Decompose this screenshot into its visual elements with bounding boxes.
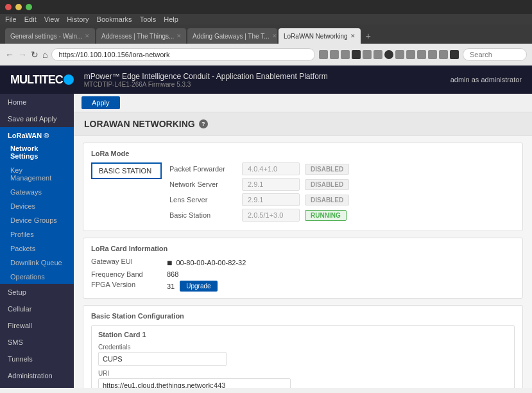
- menu-bookmarks[interactable]: Bookmarks: [97, 15, 132, 23]
- sidebar-sub-devices[interactable]: Devices: [0, 199, 74, 213]
- nav-icon-2[interactable]: [330, 50, 339, 59]
- tab-2-close[interactable]: ✕: [272, 33, 277, 39]
- sidebar-item-firewall[interactable]: Firewall: [0, 317, 74, 334]
- basic-station-label: Basic Station Configuration: [91, 312, 515, 320]
- nav-icon-1[interactable]: [319, 50, 328, 59]
- basic-station-section: Basic Station Configuration Station Card…: [83, 305, 523, 388]
- server-value-2: 2.9.1: [242, 193, 300, 206]
- main-content: Apply LORAWAN NETWORKING ? LoRa Mode BAS…: [74, 94, 532, 388]
- nav-icon-4[interactable]: [352, 50, 361, 59]
- nav-icon-6[interactable]: [373, 50, 382, 59]
- page-title-area: LORAWAN NETWORKING ?: [74, 112, 532, 136]
- page-title: LORAWAN NETWORKING: [84, 119, 195, 129]
- app-title: mPower™ Edge Intelligence Conduit - Appl…: [84, 72, 328, 81]
- mode-select[interactable]: BASIC STATION: [91, 162, 162, 179]
- sidebar-item-admin[interactable]: Administration: [0, 367, 74, 384]
- sidebar-sub-network[interactable]: Network Settings: [0, 141, 74, 163]
- nav-icon-12[interactable]: [439, 50, 448, 59]
- tab-0-close[interactable]: ✕: [85, 33, 90, 39]
- app-subtitle: MTCDTIP-L4E1-266A Firmware 5.3.3: [84, 81, 328, 88]
- menu-history[interactable]: History: [67, 15, 89, 23]
- lora-mode-label: LoRa Mode: [91, 150, 515, 157]
- apply-area-top: Apply: [74, 94, 532, 112]
- gateway-eui-value: ■ 00-80-00-A0-00-82-32: [167, 258, 515, 268]
- menu-edit[interactable]: Edit: [24, 15, 37, 23]
- uri-label: URI: [98, 370, 508, 377]
- fpga-version-value: 31: [167, 283, 175, 290]
- app-user: admin as administrator: [450, 76, 522, 83]
- sidebar-sub-gateways[interactable]: Gateways: [0, 185, 74, 199]
- sidebar-sub-packets[interactable]: Packets: [0, 241, 74, 256]
- sidebar-section-lorawan[interactable]: LoRaWAN ®: [0, 127, 74, 141]
- sidebar-item-home[interactable]: Home: [0, 94, 74, 110]
- search-input[interactable]: [463, 48, 527, 61]
- sidebar-item-sms[interactable]: SMS: [0, 334, 74, 351]
- lora-card-section: LoRa Card Information Gateway EUI ■ 00-8…: [83, 238, 523, 299]
- upgrade-button[interactable]: Upgrade: [180, 281, 217, 292]
- sidebar-sub-key[interactable]: Key Management: [0, 163, 74, 185]
- nav-forward[interactable]: →: [18, 49, 27, 60]
- server-name-3: Basic Station: [169, 211, 237, 219]
- sidebar-sub-downlink[interactable]: Downlink Queue: [0, 256, 74, 270]
- nav-home[interactable]: ⌂: [42, 49, 47, 60]
- lora-card-label: LoRa Card Information: [91, 245, 515, 252]
- sidebar-item-save[interactable]: Save and Apply: [0, 110, 74, 127]
- freq-band-value: 868: [167, 270, 515, 278]
- window-dot-red[interactable]: [5, 4, 12, 10]
- sidebar-sub-device-groups[interactable]: Device Groups: [0, 213, 74, 227]
- menu-help[interactable]: Help: [164, 15, 178, 23]
- fpga-version-label: FPGA Version: [91, 281, 162, 292]
- tab-1[interactable]: Addresses | The Things... ✕: [96, 28, 186, 44]
- info-icon[interactable]: ?: [199, 119, 208, 128]
- menu-tools[interactable]: Tools: [140, 15, 157, 23]
- nav-icons: [319, 50, 459, 59]
- menu-file[interactable]: File: [5, 15, 17, 23]
- freq-band-label: Frequency Band: [91, 270, 162, 278]
- sidebar: Home Save and Apply LoRaWAN ® Network Se…: [0, 94, 74, 388]
- sidebar-item-status[interactable]: Status & Logs: [0, 384, 74, 388]
- address-bar[interactable]: [51, 48, 315, 61]
- nav-icon-11[interactable]: [428, 50, 437, 59]
- gateway-eui-label: Gateway EUI: [91, 258, 162, 268]
- nav-back[interactable]: ←: [5, 49, 14, 60]
- sidebar-item-cellular[interactable]: Cellular: [0, 301, 74, 317]
- server-name-2: Lens Server: [169, 196, 237, 204]
- nav-icon-hamburger[interactable]: [450, 50, 459, 59]
- server-value-3: 2.0.5/1+3.0: [242, 209, 300, 222]
- nav-icon-5[interactable]: [363, 50, 372, 59]
- window-dot-yellow[interactable]: [15, 4, 22, 10]
- browser-titlebar: [0, 0, 532, 14]
- new-tab-button[interactable]: +: [362, 28, 375, 44]
- app-header: MULTITEC mPower™ Edge Intelligence Condu…: [0, 66, 532, 94]
- browser-menu: File Edit View History Bookmarks Tools H…: [0, 14, 532, 24]
- sidebar-item-tunnels[interactable]: Tunnels: [0, 351, 74, 367]
- app-logo: MULTITEC: [10, 73, 74, 87]
- nav-refresh[interactable]: ↻: [31, 49, 39, 60]
- server-name-1: Network Server: [169, 180, 237, 188]
- tab-2[interactable]: Adding Gateways | The T... ✕: [187, 28, 277, 44]
- uri-input[interactable]: [98, 378, 291, 388]
- station-card: Station Card 1 Credentials URI Station C…: [91, 325, 515, 388]
- nav-icon-10[interactable]: [417, 50, 426, 59]
- tab-3-close[interactable]: ✕: [350, 33, 356, 39]
- tab-1-label: Addresses | The Things...: [101, 33, 174, 40]
- tab-1-close[interactable]: ✕: [176, 33, 182, 39]
- credentials-input[interactable]: [98, 352, 227, 366]
- menu-view[interactable]: View: [44, 15, 60, 23]
- tab-0[interactable]: General settings - Waln... ✕: [5, 28, 95, 44]
- sidebar-sub-operations[interactable]: Operations: [0, 270, 74, 284]
- tab-3[interactable]: LoRaWAN Networking ✕: [279, 28, 361, 44]
- nav-icon-7[interactable]: [384, 50, 393, 59]
- nav-icon-3[interactable]: [341, 50, 350, 59]
- browser-tabs: General settings - Waln... ✕ Addresses |…: [0, 24, 532, 44]
- nav-icon-8[interactable]: [395, 50, 404, 59]
- status-3: RUNNING: [305, 210, 347, 221]
- status-0: DISABLED: [305, 164, 349, 175]
- server-value-1: 2.9.1: [242, 178, 300, 191]
- window-dot-green[interactable]: [26, 4, 32, 10]
- sidebar-item-setup[interactable]: Setup: [0, 284, 74, 301]
- sidebar-sub-profiles[interactable]: Profiles: [0, 227, 74, 241]
- nav-icon-9[interactable]: [406, 50, 415, 59]
- tab-0-label: General settings - Waln...: [10, 33, 82, 40]
- apply-button-top[interactable]: Apply: [82, 96, 120, 109]
